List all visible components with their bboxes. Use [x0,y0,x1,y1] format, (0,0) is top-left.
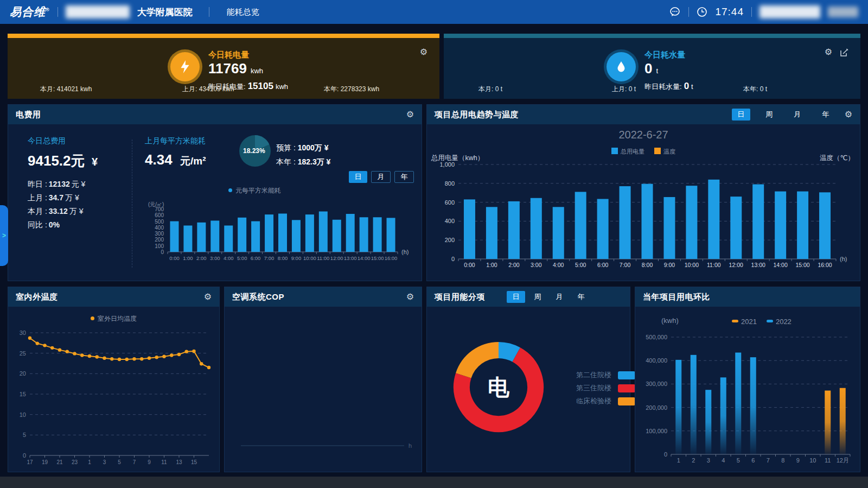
svg-text:23: 23 [72,459,78,465]
svg-text:12:00: 12:00 [729,262,743,268]
nav-menu-energy-overview[interactable]: 能耗总览 [227,7,259,17]
gear-icon[interactable]: ⚙ [420,48,427,56]
legend-item-power[interactable]: 总用电量 [611,146,644,156]
svg-text:8: 8 [781,457,784,464]
legend-item-temp[interactable]: 温度 [654,146,675,156]
svg-text:500,000: 500,000 [646,334,667,340]
legend-item-2021[interactable]: 2021 [732,316,757,326]
svg-text:16:00: 16:00 [385,255,398,261]
svg-text:9:00: 9:00 [664,262,675,268]
svg-text:1: 1 [88,459,91,465]
redacted-user-badge [828,7,858,17]
svg-text:17: 17 [27,459,33,465]
svg-text:10: 10 [809,457,816,464]
gear-icon[interactable]: ⚙ [204,293,212,301]
legend-marker [618,384,635,392]
svg-text:5: 5 [23,432,26,438]
stat-month: 本月: 414021 kwh [40,85,92,94]
svg-text:(元/㎡): (元/㎡) [148,201,164,207]
tab-day[interactable]: 日 [507,291,525,303]
svg-text:14:00: 14:00 [774,262,788,268]
budget-row: 预算 : 1000万 ¥ [276,141,330,155]
legend-item-building2[interactable]: 第二住院楼 [564,371,635,379]
y-axis-unit-label: (kwh) [661,316,679,325]
fee-chart-legend[interactable]: 元每平方米能耗 [228,185,281,195]
stat-last-month: 上月: 0 t [612,85,636,94]
fee-row-last-month: 上月 :34.7万 ¥ [28,191,85,205]
svg-text:0: 0 [664,451,667,458]
gear-icon[interactable]: ⚙ [406,293,414,301]
fee-hourly-bar-chart: 0100200300400500600700(元/㎡)0:001:002:003… [146,200,416,263]
gear-icon[interactable]: ⚙ [406,110,414,119]
svg-text:100: 100 [155,243,164,249]
svg-text:25: 25 [20,350,26,357]
edit-icon[interactable] [840,48,848,59]
fee-period-tabs: 日 月 年 [349,171,414,183]
brand-logo: 易合维® [10,4,50,20]
legend-marker [611,148,618,154]
divider [209,7,209,17]
legend-label: 第三住院楼 [564,383,611,393]
svg-text:2:00: 2:00 [196,255,207,261]
sqm-value: 4.34 元/m² [145,151,206,168]
svg-text:5:00: 5:00 [237,255,247,261]
sqm-label: 上月每平方米能耗 [145,136,206,146]
svg-text:15:00: 15:00 [795,262,809,268]
legend-item-2022[interactable]: 2022 [767,316,792,326]
budget-year-row: 本年 : 182.3万 ¥ [276,155,330,169]
sidebar-expand-handle[interactable]: > [0,205,8,266]
tab-day[interactable]: 日 [349,171,367,183]
gear-icon[interactable]: ⚙ [825,48,832,56]
svg-text:300: 300 [155,231,164,237]
temp-chart-legend[interactable]: 室外日均温度 [8,313,219,324]
svg-text:14:00: 14:00 [358,255,371,261]
gear-icon[interactable]: ⚙ [845,110,852,119]
svg-text:11: 11 [825,457,831,464]
top-navbar: 易合维® 大学附属医院 能耗总览 17:44 [0,0,868,24]
legend-label: 2022 [776,318,792,326]
panel-electricity-fee: 电费用 ⚙ 今日总费用 9415.2元 ¥ 昨日 :12132元 ¥ 上月 :3… [8,104,422,281]
lightning-icon [170,52,200,81]
svg-text:100,000: 100,000 [646,428,667,434]
svg-text:300,000: 300,000 [646,381,667,387]
fee-row-month: 本月 :33.12万 ¥ [28,205,85,218]
legend-item-building3[interactable]: 第三住院楼 [564,384,635,392]
tab-day[interactable]: 日 [732,109,750,121]
svg-text:21: 21 [56,459,63,465]
tab-year[interactable]: 年 [572,291,590,303]
svg-text:5: 5 [737,457,740,464]
svg-text:1:00: 1:00 [486,262,497,268]
tab-month[interactable]: 月 [371,171,391,183]
panel-header: 当年项目用电环比 [635,287,860,307]
svg-text:600: 600 [445,199,455,206]
svg-text:11:00: 11:00 [707,262,721,268]
svg-text:2: 2 [692,457,695,464]
tab-month[interactable]: 月 [550,291,569,303]
power-trend-bar-chart: 02004006008001,0000:001:002:003:004:005:… [430,160,858,275]
svg-text:30: 30 [20,329,26,336]
panel-header: 项目用能分项 日 周 月 年 [427,287,630,307]
svg-text:13: 13 [176,459,182,465]
today-fee-label: 今日总费用 [28,136,98,146]
svg-text:20: 20 [20,370,26,377]
tab-week[interactable]: 周 [760,109,778,121]
budget-block: 预算 : 1000万 ¥ 本年 : 182.3万 ¥ [276,141,330,169]
svg-text:10: 10 [20,411,26,418]
stat-year: 本年: 0 t [743,85,767,94]
energy-breakdown-donut: 电 [436,326,561,463]
tab-month[interactable]: 月 [788,109,807,121]
tab-week[interactable]: 周 [528,291,547,303]
legend-label: 2021 [741,318,757,326]
card-title: 今日耗水量 [644,50,693,60]
water-drop-icon [607,52,636,81]
svg-text:0:00: 0:00 [464,262,475,268]
panel-header: 室内外温度 ⚙ [8,287,219,307]
legend-label: 元每平方米能耗 [235,187,281,194]
tab-year[interactable]: 年 [816,109,835,121]
legend-item-lab[interactable]: 临床检验楼 [564,397,635,405]
tab-year[interactable]: 年 [394,171,414,183]
svg-text:3:00: 3:00 [210,255,220,261]
legend-label: 临床检验楼 [564,396,611,406]
panel-title: 室内外温度 [16,292,58,302]
message-icon[interactable] [669,6,681,18]
